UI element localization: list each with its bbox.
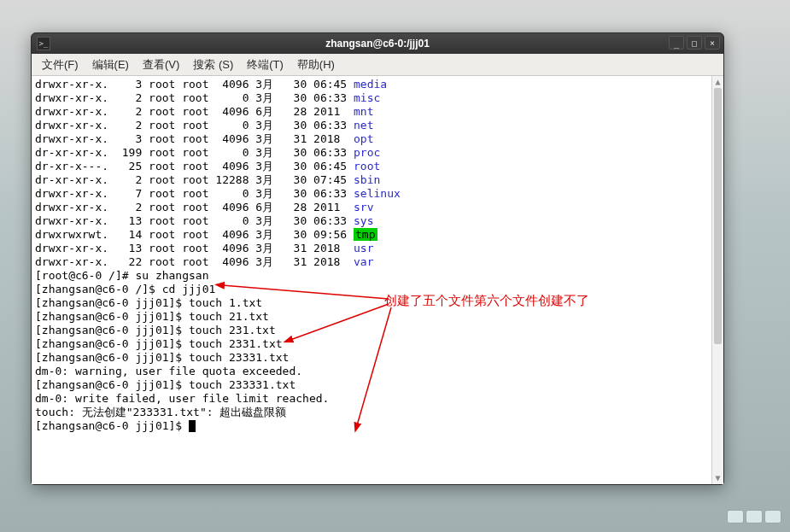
system-tray [727,510,781,523]
ls-row: drwxrwxrwt. 14 root root 4096 3月 30 09:5… [35,228,720,242]
shell-line: [zhangsan@c6-0 /]$ cd jjj01 [35,283,720,296]
ls-row: drwxr-xr-x. 2 root root 4096 6月 28 2011 … [35,105,720,119]
shell-line: [zhangsan@c6-0 jjj01]$ touch 233331.txt [35,378,720,392]
ls-row: drwxr-xr-x. 2 root root 0 3月 30 06:33 mi… [35,91,720,105]
menu-search[interactable]: 搜索 (S) [186,55,240,75]
shell-line: [zhangsan@c6-0 jjj01]$ touch 23331.txt [35,351,720,365]
warning-line: dm-0: warning, user file quota exceeded. [35,365,720,378]
scroll-down-icon[interactable]: ▼ [712,472,723,484]
error-line: dm-0: write failed, user file limit reac… [35,392,720,406]
maximize-button[interactable]: □ [687,36,702,50]
menu-edit[interactable]: 编辑(E) [85,55,136,75]
ls-row: drwxr-xr-x. 2 root root 4096 6月 28 2011 … [35,201,720,214]
dir-name: misc [354,91,380,104]
terminal-icon: >_ [37,37,50,50]
ls-row: drwxr-xr-x. 3 root root 4096 3月 30 06:45… [35,78,720,91]
scroll-up-icon[interactable]: ▲ [712,76,723,88]
ls-row: dr-xr-xr-x. 2 root root 12288 3月 30 07:4… [35,173,720,187]
menu-help[interactable]: 帮助(H) [290,55,342,75]
menu-view[interactable]: 查看(V) [136,55,186,75]
scroll-thumb[interactable] [714,88,722,344]
ls-row: drwxr-xr-x. 7 root root 0 3月 30 06:33 se… [35,187,720,201]
error-line: touch: 无法创建"233331.txt": 超出磁盘限额 [35,406,720,419]
dir-name: srv [354,201,373,213]
dir-name: sys [354,214,373,227]
shell-line: [zhangsan@c6-0 jjj01]$ touch 21.txt [35,310,720,324]
shell-line: [root@c6-0 /]# su zhangsan [35,269,720,283]
dir-name: media [354,78,387,91]
dir-name: mnt [354,105,373,118]
dir-name: sbin [354,173,380,186]
ls-row: drwxr-xr-x. 22 root root 4096 3月 31 2018… [35,255,720,269]
tray-icon[interactable] [727,510,744,523]
minimize-button[interactable]: _ [669,36,684,50]
menu-terminal[interactable]: 终端(T) [240,55,290,75]
dir-name: var [354,255,373,268]
dir-name: root [354,160,380,172]
scrollbar[interactable]: ▲▼ [711,76,723,484]
prompt-line: [zhangsan@c6-0 jjj01]$ [35,419,720,433]
dir-name: selinux [354,187,401,200]
shell-line: [zhangsan@c6-0 jjj01]$ touch 2331.txt [35,337,720,351]
shell-line: [zhangsan@c6-0 jjj01]$ touch 231.txt [35,324,720,337]
tray-icon[interactable] [764,510,781,523]
titlebar[interactable]: >_ zhangsan@c6-0:/jjj01 _ □ × [32,33,723,54]
window-controls: _ □ × [669,36,720,50]
cursor [189,420,196,432]
menubar: 文件(F) 编辑(E) 查看(V) 搜索 (S) 终端(T) 帮助(H) [32,54,723,76]
tray-icon[interactable] [746,510,763,523]
dir-name: net [354,119,373,132]
dir-name: opt [354,132,373,145]
shell-line: [zhangsan@c6-0 jjj01]$ touch 1.txt [35,296,720,310]
dir-name: usr [354,242,373,254]
terminal-window: >_ zhangsan@c6-0:/jjj01 _ □ × 文件(F) 编辑(E… [31,32,724,485]
window-title: zhangsan@c6-0:/jjj01 [32,38,723,50]
menu-file[interactable]: 文件(F) [35,55,85,75]
close-button[interactable]: × [705,36,720,50]
terminal-output[interactable]: drwxr-xr-x. 3 root root 4096 3月 30 06:45… [32,76,723,484]
dir-tmp: tmp [354,228,377,241]
ls-row: drwxr-xr-x. 13 root root 0 3月 30 06:33 s… [35,214,720,228]
ls-row: drwxr-xr-x. 13 root root 4096 3月 31 2018… [35,242,720,255]
ls-row: drwxr-xr-x. 3 root root 4096 3月 31 2018 … [35,132,720,146]
ls-row: drwxr-xr-x. 2 root root 0 3月 30 06:33 ne… [35,119,720,132]
ls-row: dr-xr-xr-x. 199 root root 0 3月 30 06:33 … [35,146,720,160]
ls-row: dr-xr-x---. 25 root root 4096 3月 30 06:4… [35,160,720,173]
dir-name: proc [354,146,380,159]
